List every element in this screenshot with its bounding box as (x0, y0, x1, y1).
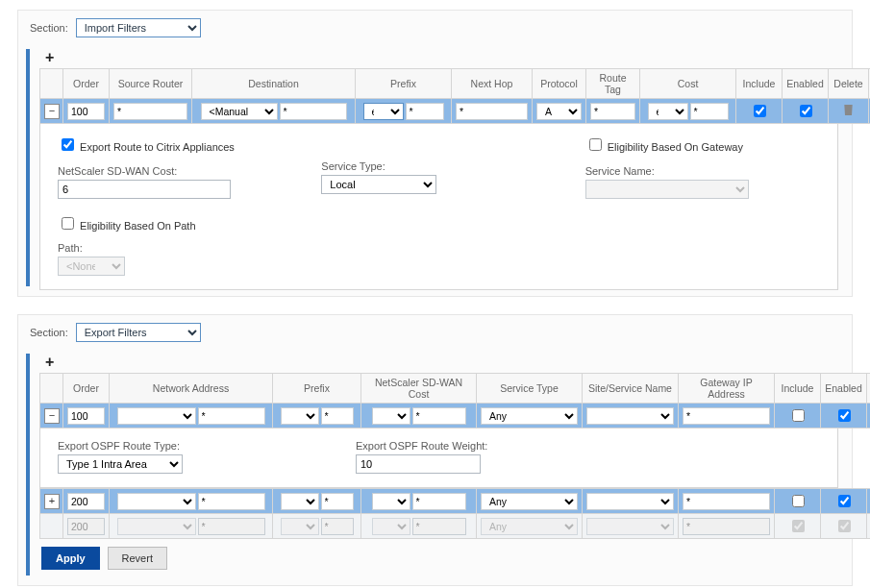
protocol-select[interactable]: Any (536, 103, 582, 120)
destination-select[interactable]: <Manual> (201, 103, 278, 120)
prefix-op-select: eq (281, 518, 319, 535)
order-input[interactable] (67, 103, 105, 120)
site-service-select[interactable] (586, 407, 674, 425)
cost-val-input[interactable] (412, 493, 466, 510)
expand-icon[interactable]: + (44, 494, 60, 509)
gateway-ip-input[interactable] (683, 493, 770, 510)
include-checkbox[interactable] (792, 495, 805, 507)
ospf-type-select[interactable]: Type 1 Intra Area (58, 454, 183, 474)
elig-path-checkbox[interactable] (62, 217, 74, 230)
export-filters-panel: Section: Export Filters + Order Network … (17, 314, 853, 586)
export-details: Export OSPF Route Type: Type 1 Intra Are… (39, 429, 838, 488)
prefix-val-input[interactable] (321, 407, 354, 425)
cost-op-select[interactable]: eq (372, 407, 410, 425)
cost-val-input[interactable] (412, 407, 466, 425)
col-prefix: Prefix (356, 69, 452, 99)
include-checkbox[interactable] (754, 105, 766, 117)
export-to-appliances-checkbox[interactable] (62, 138, 74, 151)
export-to-appliances-field[interactable]: Export Route to Citrix Appliances (58, 141, 235, 153)
elig-gateway-field[interactable]: Eligibility Based On Gateway (585, 141, 743, 153)
network-input[interactable] (198, 493, 265, 510)
network-select[interactable] (117, 407, 196, 425)
col-source-router: Source Router (110, 69, 192, 99)
prefix-op-select[interactable]: eq (281, 493, 319, 510)
col-network: Network Address (110, 374, 273, 404)
col-route-tag: Route Tag (586, 69, 640, 99)
path-select: <None> (58, 257, 125, 276)
source-router-input[interactable] (113, 103, 187, 120)
export-filters-table: Order Network Address Prefix NetScaler S… (39, 373, 870, 429)
site-service-select[interactable] (586, 493, 674, 510)
import-filters-panel: Section: Import Filters + Order Source R… (17, 10, 853, 297)
prefix-val-input (321, 518, 354, 535)
col-site-service: Site/Service Name (583, 374, 679, 404)
col-order: Order (63, 69, 110, 99)
enabled-checkbox[interactable] (800, 105, 812, 117)
add-import-row[interactable]: + (39, 43, 838, 68)
import-row[interactable]: − <Manual> eq Any eq (40, 99, 871, 124)
service-type-select[interactable]: Any (481, 493, 578, 510)
gateway-ip-input (683, 518, 770, 535)
export-row[interactable]: +eqeqAny (40, 489, 871, 514)
site-service-select (586, 518, 674, 535)
col-next-hop: Next Hop (452, 69, 533, 99)
cost-op-select: eq (372, 518, 410, 535)
next-hop-input[interactable] (456, 103, 528, 120)
destination-input[interactable] (280, 103, 347, 120)
section-select-export[interactable]: Export Filters (76, 323, 201, 342)
export-filters-table-cont: +eqeqAnyeqeqAny (39, 488, 870, 539)
export-row[interactable]: −eqeqAny (40, 404, 871, 429)
order-input (67, 518, 105, 535)
path-label: Path: (58, 242, 292, 254)
ospf-weight-label: Export OSPF Route Weight: (356, 440, 487, 452)
col-cost: Cost (640, 69, 736, 99)
panel-accent (26, 354, 30, 576)
route-tag-input[interactable] (590, 103, 635, 120)
order-input[interactable] (67, 407, 105, 425)
cost-val-input[interactable] (690, 103, 729, 120)
elig-path-field[interactable]: Eligibility Based On Path (58, 220, 196, 232)
order-input[interactable] (67, 493, 105, 510)
ospf-type-label: Export OSPF Route Type: (58, 440, 183, 452)
section-label: Section: (30, 327, 68, 338)
service-name-select (585, 180, 749, 199)
col-sdwan-cost: NetScaler SD-WAN Cost (361, 374, 477, 404)
collapse-icon[interactable]: − (44, 408, 60, 424)
section-select-import[interactable]: Import Filters (76, 18, 201, 37)
prefix-op-select[interactable]: eq (363, 103, 404, 120)
col-enabled: Enabled (783, 69, 829, 99)
gateway-ip-input[interactable] (683, 407, 770, 425)
service-type-select: Any (481, 518, 578, 535)
network-select[interactable] (117, 493, 196, 510)
collapse-icon[interactable]: − (44, 104, 60, 119)
elig-gateway-checkbox[interactable] (589, 138, 602, 151)
cost-op-select[interactable]: eq (648, 103, 688, 120)
service-type-select[interactable]: Any (481, 407, 578, 425)
add-export-row[interactable]: + (39, 348, 838, 373)
include-checkbox[interactable] (792, 409, 805, 422)
col-include: Include (736, 69, 783, 99)
sdwan-cost-input[interactable] (58, 180, 231, 199)
cost-op-select[interactable]: eq (372, 493, 410, 510)
delete-icon[interactable] (842, 104, 856, 117)
import-details: Export Route to Citrix Appliances NetSca… (39, 124, 838, 290)
section-label: Section: (30, 22, 68, 34)
apply-button[interactable]: Apply (41, 547, 100, 570)
col-delete: Delete (829, 69, 869, 99)
service-type-select[interactable]: Local (321, 175, 436, 194)
col-include: Include (775, 374, 821, 404)
prefix-val-input[interactable] (406, 103, 444, 120)
col-order: Order (63, 374, 110, 404)
import-filters-table: Order Source Router Destination Prefix N… (39, 68, 870, 124)
service-type-label: Service Type: (321, 160, 556, 172)
export-row[interactable]: eqeqAny (40, 514, 871, 539)
revert-button[interactable]: Revert (108, 547, 167, 570)
sdwan-cost-label: NetScaler SD-WAN Cost: (58, 165, 292, 177)
cost-val-input (412, 518, 466, 535)
enabled-checkbox[interactable] (838, 495, 851, 507)
ospf-weight-input[interactable] (356, 454, 481, 474)
network-input[interactable] (198, 407, 265, 425)
enabled-checkbox[interactable] (838, 409, 851, 422)
prefix-op-select[interactable]: eq (281, 407, 319, 425)
prefix-val-input[interactable] (321, 493, 354, 510)
